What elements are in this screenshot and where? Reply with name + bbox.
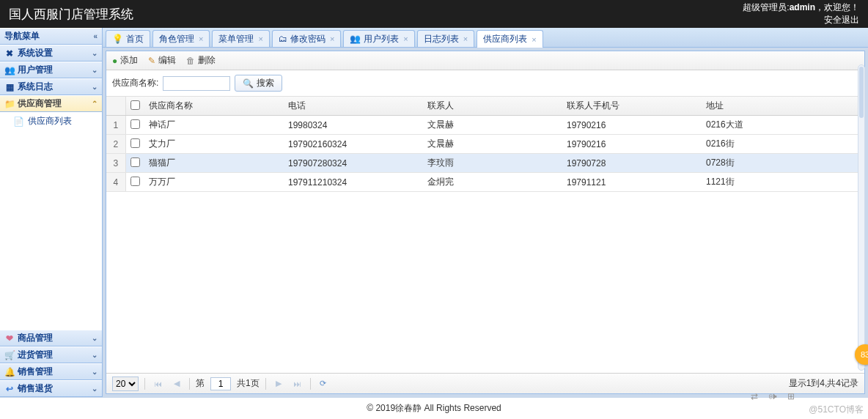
select-all-checkbox[interactable]: [130, 100, 140, 110]
col-phone[interactable]: 电话: [284, 97, 423, 116]
close-icon[interactable]: ×: [463, 34, 468, 43]
tab-label: 修改密码: [290, 33, 326, 45]
tab-role-management[interactable]: 角色管理×: [152, 30, 210, 47]
logout-link[interactable]: 安全退出: [743, 14, 859, 26]
chevron-down-icon: ⌄: [92, 83, 98, 91]
chevron-down-icon: ⌄: [92, 385, 98, 393]
search-button[interactable]: 🔍搜索: [235, 75, 282, 92]
table-row[interactable]: 4万万厂197911210324金烔完197911211121街: [106, 173, 864, 192]
close-icon[interactable]: ×: [532, 35, 536, 44]
close-icon[interactable]: ×: [199, 34, 203, 43]
cell-address: 0216大道: [702, 116, 864, 135]
close-icon[interactable]: ×: [258, 34, 262, 43]
supplier-name-input[interactable]: [163, 76, 230, 91]
gear-icon: ✖: [4, 48, 15, 59]
tab-label: 日志列表: [424, 33, 459, 45]
cell-contact: 文晨赫: [423, 135, 562, 154]
cell-contact: 李玟雨: [423, 154, 562, 173]
tab-label: 供应商列表: [483, 33, 527, 45]
footer: © 2019徐春静 All Rights Reserved: [0, 397, 868, 419]
sidebar-group-supplier-management[interactable]: 📁供应商管理 ⌃: [0, 95, 102, 112]
page-prefix: 第: [196, 377, 205, 390]
page-size-select[interactable]: 20: [112, 377, 139, 391]
sidebar-group-system-log[interactable]: ▦系统日志 ⌄: [0, 78, 102, 95]
welcome-text: 超级管理员:admin，欢迎您！: [743, 2, 859, 12]
cart-icon: 🛒: [4, 350, 15, 360]
cell-phone: 197902160324: [284, 135, 423, 154]
col-mobile[interactable]: 联系人手机号: [562, 97, 702, 116]
sidebar-group-label: 系统日志: [18, 81, 53, 93]
tab-label: 菜单管理: [218, 33, 254, 45]
table-row[interactable]: 1神话厂19980324文晨赫197902160216大道: [106, 116, 864, 135]
delete-button[interactable]: 🗑删除: [186, 54, 216, 67]
cell-mobile: 19790216: [562, 116, 702, 135]
table-row[interactable]: 2艾力厂197902160324文晨赫197902160216街: [106, 135, 864, 154]
first-page-button[interactable]: ⏮: [151, 377, 164, 390]
refresh-button[interactable]: ⟳: [317, 377, 330, 390]
sidebar-group-sales-return[interactable]: ↩销售退货 ⌄: [0, 380, 102, 397]
search-button-label: 搜索: [257, 77, 274, 89]
sidebar-group-user-management[interactable]: 👥用户管理 ⌄: [0, 62, 102, 78]
row-checkbox[interactable]: [130, 157, 140, 167]
sidebar-group-product-management[interactable]: ❤商品管理 ⌄: [0, 330, 102, 346]
vertical-scrollbar[interactable]: [858, 64, 865, 371]
page-input[interactable]: [210, 377, 231, 390]
chevron-down-icon: ⌄: [92, 334, 98, 342]
row-checkbox[interactable]: [130, 138, 140, 148]
col-contact[interactable]: 联系人: [423, 97, 562, 116]
sidebar-item-label: 供应商列表: [28, 115, 72, 127]
cell-checkbox[interactable]: [125, 135, 144, 154]
sidebar-item-supplier-list[interactable]: 📄 供应商列表: [0, 112, 102, 130]
collapse-icon[interactable]: «: [93, 32, 98, 40]
prev-page-button[interactable]: ◀: [170, 377, 183, 390]
sidebar-group-system-settings[interactable]: ✖系统设置 ⌄: [0, 45, 102, 62]
close-icon[interactable]: ×: [330, 34, 334, 43]
cell-phone: 19980324: [284, 116, 423, 135]
cell-address: 0728街: [702, 154, 864, 173]
cell-phone: 197907280324: [284, 154, 423, 173]
cell-address: 0216街: [702, 135, 864, 154]
cell-phone: 197911210324: [284, 173, 423, 192]
tab-label: 用户列表: [364, 33, 399, 45]
row-checkbox[interactable]: [130, 177, 140, 186]
chevron-down-icon: ⌄: [92, 351, 98, 359]
cell-checkbox[interactable]: [125, 116, 144, 135]
cell-rownum: 1: [106, 116, 125, 135]
cell-checkbox[interactable]: [125, 154, 144, 173]
tab-user-list[interactable]: 👥用户列表×: [343, 30, 414, 47]
sidebar-group-sales-management[interactable]: 🔔销售管理 ⌄: [0, 363, 102, 380]
last-page-button[interactable]: ⏭: [291, 377, 304, 390]
tab-menu-management[interactable]: 菜单管理×: [212, 30, 269, 47]
tab-home[interactable]: 💡首页: [106, 30, 150, 47]
search-label: 供应商名称:: [112, 77, 158, 89]
toolbar: ●添加 ✎编辑 🗑删除: [106, 51, 864, 70]
table-row[interactable]: 3猫猫厂197907280324李玟雨197907280728街: [106, 154, 864, 173]
pager-info: 显示1到4,共4记录: [789, 377, 858, 390]
welcome-user: admin: [790, 2, 815, 12]
close-icon[interactable]: ×: [403, 34, 408, 43]
watermark: @51CTO博客: [809, 404, 864, 416]
sidebar-group-purchase-management[interactable]: 🛒进货管理 ⌄: [0, 346, 102, 363]
welcome-prefix: 超级管理员:: [743, 2, 789, 12]
tab-change-password[interactable]: 🗂修改密码×: [272, 30, 341, 47]
heart-icon: ❤: [4, 333, 15, 344]
tab-log-list[interactable]: 日志列表×: [417, 30, 474, 47]
cell-name: 猫猫厂: [144, 154, 284, 173]
edit-label: 编辑: [158, 54, 176, 67]
sidebar: 导航菜单 « ✖系统设置 ⌄ 👥用户管理 ⌄ ▦系统日志 ⌄ 📁供应商管理 ⌃: [0, 28, 103, 397]
cell-checkbox[interactable]: [125, 173, 144, 192]
cell-rownum: 4: [106, 173, 125, 192]
col-select-all[interactable]: [125, 97, 144, 116]
col-name[interactable]: 供应商名称: [144, 97, 284, 116]
search-bar: 供应商名称: 🔍搜索: [106, 70, 864, 97]
row-checkbox[interactable]: [130, 119, 140, 129]
cell-name: 万万厂: [144, 173, 284, 192]
table-header-row: 供应商名称 电话 联系人 联系人手机号 地址: [106, 97, 864, 116]
add-button[interactable]: ●添加: [112, 54, 138, 67]
scrollbar-thumb[interactable]: [859, 67, 864, 118]
col-address[interactable]: 地址: [702, 97, 864, 116]
edit-button[interactable]: ✎编辑: [148, 54, 176, 67]
sidebar-title-label: 导航菜单: [4, 30, 40, 42]
tab-supplier-list[interactable]: 供应商列表×: [477, 30, 542, 48]
next-page-button[interactable]: ▶: [272, 377, 285, 390]
